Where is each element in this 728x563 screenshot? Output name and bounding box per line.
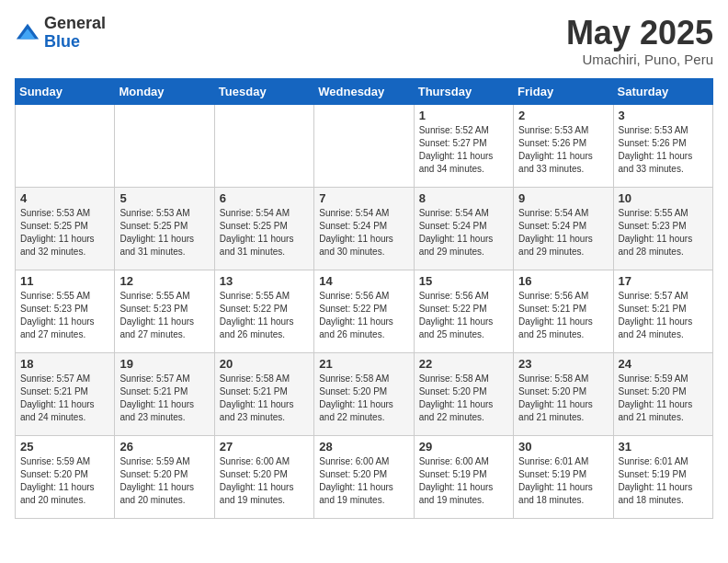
day-info: Sunrise: 5:56 AM Sunset: 5:22 PM Dayligh… bbox=[319, 290, 408, 341]
calendar-week-3: 11Sunrise: 5:55 AM Sunset: 5:23 PM Dayli… bbox=[16, 270, 713, 352]
calendar-cell: 3Sunrise: 5:53 AM Sunset: 5:26 PM Daylig… bbox=[613, 104, 712, 187]
day-number: 10 bbox=[619, 191, 708, 205]
day-number: 29 bbox=[419, 440, 508, 454]
day-number: 3 bbox=[619, 109, 708, 122]
day-info: Sunrise: 5:55 AM Sunset: 5:23 PM Dayligh… bbox=[20, 290, 109, 341]
title-block: May 2025 Umachiri, Puno, Peru bbox=[566, 15, 713, 67]
calendar-cell: 6Sunrise: 5:54 AM Sunset: 5:25 PM Daylig… bbox=[214, 187, 313, 270]
day-info: Sunrise: 5:58 AM Sunset: 5:20 PM Dayligh… bbox=[518, 373, 608, 424]
calendar-cell bbox=[16, 104, 115, 187]
header-tuesday: Tuesday bbox=[214, 78, 313, 104]
day-info: Sunrise: 5:53 AM Sunset: 5:25 PM Dayligh… bbox=[119, 207, 209, 259]
day-info: Sunrise: 5:54 AM Sunset: 5:24 PM Dayligh… bbox=[419, 207, 508, 259]
day-info: Sunrise: 5:58 AM Sunset: 5:20 PM Dayligh… bbox=[319, 373, 408, 424]
calendar-cell: 1Sunrise: 5:52 AM Sunset: 5:27 PM Daylig… bbox=[414, 104, 513, 187]
header-saturday: Saturday bbox=[613, 78, 712, 104]
header-wednesday: Wednesday bbox=[314, 78, 414, 104]
day-info: Sunrise: 5:57 AM Sunset: 5:21 PM Dayligh… bbox=[20, 373, 109, 424]
day-number: 24 bbox=[619, 357, 708, 371]
calendar-cell: 20Sunrise: 5:58 AM Sunset: 5:21 PM Dayli… bbox=[214, 352, 313, 435]
calendar-cell: 16Sunrise: 5:56 AM Sunset: 5:21 PM Dayli… bbox=[514, 270, 613, 352]
calendar-cell: 11Sunrise: 5:55 AM Sunset: 5:23 PM Dayli… bbox=[16, 270, 115, 352]
calendar-cell: 27Sunrise: 6:00 AM Sunset: 5:20 PM Dayli… bbox=[214, 435, 313, 518]
day-number: 1 bbox=[419, 109, 508, 122]
day-number: 13 bbox=[220, 274, 309, 288]
header-sunday: Sunday bbox=[16, 78, 115, 104]
day-number: 25 bbox=[20, 440, 109, 454]
day-info: Sunrise: 5:52 AM Sunset: 5:27 PM Dayligh… bbox=[419, 124, 508, 176]
calendar-cell: 30Sunrise: 6:01 AM Sunset: 5:19 PM Dayli… bbox=[514, 435, 613, 518]
day-info: Sunrise: 5:54 AM Sunset: 5:24 PM Dayligh… bbox=[319, 207, 408, 259]
day-info: Sunrise: 6:00 AM Sunset: 5:19 PM Dayligh… bbox=[419, 455, 508, 507]
calendar-table: Sunday Monday Tuesday Wednesday Thursday… bbox=[15, 78, 713, 519]
day-info: Sunrise: 6:00 AM Sunset: 5:20 PM Dayligh… bbox=[220, 455, 309, 507]
day-number: 18 bbox=[20, 357, 109, 371]
header-monday: Monday bbox=[115, 78, 214, 104]
day-number: 23 bbox=[518, 357, 608, 371]
calendar-week-2: 4Sunrise: 5:53 AM Sunset: 5:25 PM Daylig… bbox=[16, 187, 713, 270]
day-number: 5 bbox=[119, 191, 209, 205]
day-info: Sunrise: 5:58 AM Sunset: 5:21 PM Dayligh… bbox=[220, 373, 309, 424]
calendar-cell: 24Sunrise: 5:59 AM Sunset: 5:20 PM Dayli… bbox=[613, 352, 712, 435]
calendar-title: May 2025 bbox=[566, 15, 713, 52]
day-info: Sunrise: 5:56 AM Sunset: 5:22 PM Dayligh… bbox=[419, 290, 508, 341]
calendar-cell: 8Sunrise: 5:54 AM Sunset: 5:24 PM Daylig… bbox=[414, 187, 513, 270]
day-number: 12 bbox=[119, 274, 209, 288]
day-number: 2 bbox=[518, 109, 608, 122]
header-friday: Friday bbox=[514, 78, 613, 104]
calendar-subtitle: Umachiri, Puno, Peru bbox=[566, 52, 713, 67]
day-number: 28 bbox=[319, 440, 408, 454]
day-number: 11 bbox=[20, 274, 109, 288]
day-number: 30 bbox=[518, 440, 608, 454]
day-number: 17 bbox=[619, 274, 708, 288]
calendar-week-5: 25Sunrise: 5:59 AM Sunset: 5:20 PM Dayli… bbox=[16, 435, 713, 518]
calendar-week-4: 18Sunrise: 5:57 AM Sunset: 5:21 PM Dayli… bbox=[16, 352, 713, 435]
logo-blue: Blue bbox=[44, 33, 106, 52]
day-info: Sunrise: 5:59 AM Sunset: 5:20 PM Dayligh… bbox=[119, 455, 209, 507]
logo-general: General bbox=[44, 15, 106, 33]
logo-icon bbox=[15, 20, 40, 46]
calendar-cell: 21Sunrise: 5:58 AM Sunset: 5:20 PM Dayli… bbox=[314, 352, 414, 435]
calendar-cell: 25Sunrise: 5:59 AM Sunset: 5:20 PM Dayli… bbox=[16, 435, 115, 518]
day-info: Sunrise: 5:54 AM Sunset: 5:25 PM Dayligh… bbox=[220, 207, 309, 259]
day-number: 15 bbox=[419, 274, 508, 288]
day-info: Sunrise: 5:53 AM Sunset: 5:26 PM Dayligh… bbox=[518, 124, 608, 176]
day-info: Sunrise: 5:53 AM Sunset: 5:26 PM Dayligh… bbox=[619, 124, 708, 176]
calendar-cell: 28Sunrise: 6:00 AM Sunset: 5:20 PM Dayli… bbox=[314, 435, 414, 518]
day-number: 22 bbox=[419, 357, 508, 371]
day-number: 21 bbox=[319, 357, 408, 371]
calendar-cell bbox=[314, 104, 414, 187]
calendar-cell: 4Sunrise: 5:53 AM Sunset: 5:25 PM Daylig… bbox=[16, 187, 115, 270]
header-thursday: Thursday bbox=[414, 78, 513, 104]
calendar-cell: 15Sunrise: 5:56 AM Sunset: 5:22 PM Dayli… bbox=[414, 270, 513, 352]
day-number: 14 bbox=[319, 274, 408, 288]
day-number: 16 bbox=[518, 274, 608, 288]
day-number: 19 bbox=[119, 357, 209, 371]
day-number: 31 bbox=[619, 440, 708, 454]
day-info: Sunrise: 6:01 AM Sunset: 5:19 PM Dayligh… bbox=[518, 455, 608, 507]
day-number: 26 bbox=[119, 440, 209, 454]
day-info: Sunrise: 5:59 AM Sunset: 5:20 PM Dayligh… bbox=[619, 373, 708, 424]
calendar-cell: 23Sunrise: 5:58 AM Sunset: 5:20 PM Dayli… bbox=[514, 352, 613, 435]
calendar-cell: 10Sunrise: 5:55 AM Sunset: 5:23 PM Dayli… bbox=[613, 187, 712, 270]
day-number: 4 bbox=[20, 191, 109, 205]
day-info: Sunrise: 5:55 AM Sunset: 5:23 PM Dayligh… bbox=[619, 207, 708, 259]
calendar-cell bbox=[115, 104, 214, 187]
calendar-cell: 2Sunrise: 5:53 AM Sunset: 5:26 PM Daylig… bbox=[514, 104, 613, 187]
logo: General Blue bbox=[15, 15, 106, 52]
calendar-cell: 26Sunrise: 5:59 AM Sunset: 5:20 PM Dayli… bbox=[115, 435, 214, 518]
logo-text: General Blue bbox=[44, 15, 106, 52]
calendar-cell: 22Sunrise: 5:58 AM Sunset: 5:20 PM Dayli… bbox=[414, 352, 513, 435]
day-info: Sunrise: 5:54 AM Sunset: 5:24 PM Dayligh… bbox=[518, 207, 608, 259]
day-number: 9 bbox=[518, 191, 608, 205]
calendar-cell: 12Sunrise: 5:55 AM Sunset: 5:23 PM Dayli… bbox=[115, 270, 214, 352]
calendar-cell: 31Sunrise: 6:01 AM Sunset: 5:19 PM Dayli… bbox=[613, 435, 712, 518]
calendar-cell: 5Sunrise: 5:53 AM Sunset: 5:25 PM Daylig… bbox=[115, 187, 214, 270]
day-info: Sunrise: 6:01 AM Sunset: 5:19 PM Dayligh… bbox=[619, 455, 708, 507]
day-number: 6 bbox=[220, 191, 309, 205]
calendar-cell: 29Sunrise: 6:00 AM Sunset: 5:19 PM Dayli… bbox=[414, 435, 513, 518]
day-number: 20 bbox=[220, 357, 309, 371]
calendar-cell: 13Sunrise: 5:55 AM Sunset: 5:22 PM Dayli… bbox=[214, 270, 313, 352]
page-header: General Blue May 2025 Umachiri, Puno, Pe… bbox=[15, 15, 713, 67]
calendar-cell: 19Sunrise: 5:57 AM Sunset: 5:21 PM Dayli… bbox=[115, 352, 214, 435]
